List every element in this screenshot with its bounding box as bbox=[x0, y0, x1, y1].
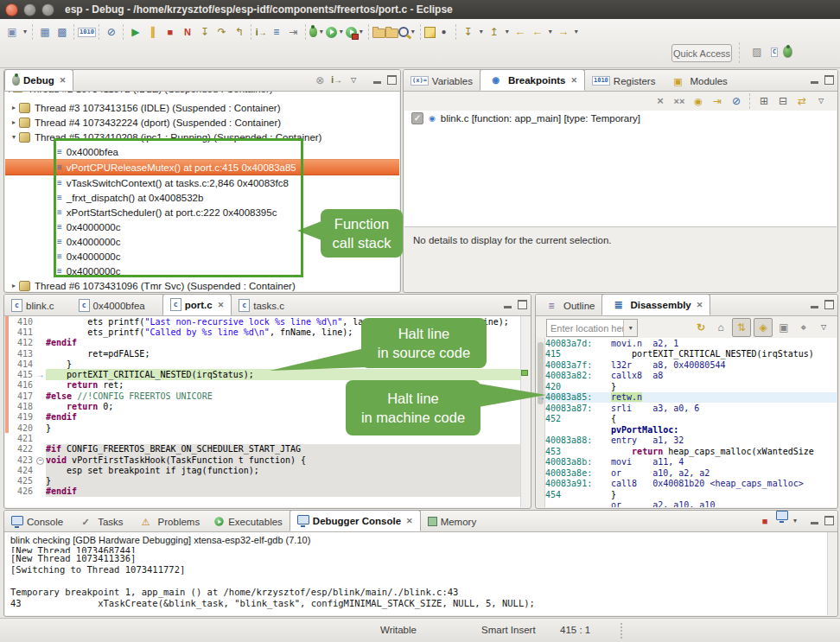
tab-breakpoints[interactable]: ◉Breakpoints✕ bbox=[480, 69, 585, 91]
code-line-426[interactable]: 426#endif bbox=[5, 486, 530, 497]
disassembly-row[interactable]: or a2, a10, a10 bbox=[545, 500, 837, 508]
code-line-415[interactable]: 415→ portEXIT_CRITICAL_NESTED(irqStatus)… bbox=[5, 369, 530, 379]
pin-icon[interactable]: ⌖ bbox=[795, 319, 812, 336]
step-filters-icon[interactable]: ⇥ bbox=[285, 23, 302, 41]
step-return-icon[interactable]: ↰ bbox=[231, 23, 248, 41]
collapse-all-icon[interactable]: ⊟ bbox=[774, 92, 792, 110]
next-annotation-icon[interactable]: ↥ bbox=[486, 23, 503, 41]
stack-frame-row[interactable]: ≡0x4000bfea bbox=[5, 144, 399, 159]
tab-memory[interactable]: Memory bbox=[421, 512, 484, 531]
save-all-icon[interactable]: ▩ bbox=[54, 23, 71, 41]
view-menu-icon[interactable]: ▽ bbox=[815, 319, 832, 336]
terminate-icon[interactable]: ■ bbox=[162, 23, 179, 41]
remove-all-breakpoints-icon[interactable]: ×× bbox=[671, 92, 688, 110]
tab-problems[interactable]: ⚠Problems bbox=[130, 512, 207, 531]
link-with-debug-icon[interactable]: ⇄ bbox=[793, 92, 811, 110]
maximize-view-icon[interactable] bbox=[518, 300, 527, 309]
thread-row[interactable]: ▸Thread #4 1073432224 (dport) (Suspended… bbox=[5, 115, 399, 130]
disassembly-row[interactable]: →40083a85:retw.n bbox=[545, 392, 837, 404]
code-line-424[interactable]: 424 esp_set_breakpoint_if_jtag(function)… bbox=[5, 465, 530, 475]
view-menu-icon[interactable]: ▽ bbox=[812, 92, 830, 110]
stack-frame-row[interactable]: ≡0x4000000c bbox=[5, 264, 399, 278]
fold-icon[interactable]: − bbox=[35, 455, 46, 465]
forward-icon[interactable]: → bbox=[555, 23, 572, 41]
skip-all-breakpoints-icon[interactable]: ⊘ bbox=[728, 92, 745, 110]
expand-arrow-icon[interactable]: ▸ bbox=[9, 104, 19, 111]
sync-icon[interactable]: ⇅ bbox=[732, 318, 751, 337]
close-icon[interactable]: ✕ bbox=[218, 301, 225, 309]
expand-arrow-icon[interactable]: ▸ bbox=[9, 282, 19, 289]
disassembly-row[interactable]: 40083a7f:l32r a8, 0x40080544 bbox=[545, 359, 837, 371]
stack-frame-row[interactable]: ≡_frxt_dispatch() at 0x4008532b bbox=[5, 190, 399, 205]
remove-terminated-icon[interactable]: ⊗ bbox=[311, 72, 328, 89]
track-expression-icon[interactable]: ◈ bbox=[754, 318, 773, 337]
tab-executables[interactable]: Executables bbox=[207, 512, 290, 531]
dropdown[interactable]: ▾ bbox=[572, 23, 581, 41]
disassembly-row[interactable]: 454} bbox=[545, 489, 837, 500]
tab-debugger-console[interactable]: Debugger Console✕ bbox=[290, 510, 421, 531]
editor-tab-tasksc[interactable]: ctasks.c bbox=[232, 296, 291, 315]
dropdown[interactable]: ▾ bbox=[546, 23, 555, 41]
combo-dropdown-icon[interactable]: ▾ bbox=[623, 320, 637, 336]
minimize-view-icon[interactable] bbox=[811, 306, 818, 308]
expand-arrow-icon[interactable]: ▾ bbox=[9, 133, 19, 141]
disassembly-row[interactable]: 40083a8b:movi a11, 4 bbox=[545, 457, 837, 468]
location-input[interactable]: Enter location here bbox=[547, 323, 623, 334]
disassembly-row[interactable]: 40083a87:srli a3, a0, 6 bbox=[545, 403, 837, 414]
home-icon[interactable]: ⌂ bbox=[712, 319, 729, 336]
close-icon[interactable]: ✕ bbox=[697, 301, 703, 309]
step-over-icon[interactable]: ↷ bbox=[213, 23, 231, 41]
disassembly-row[interactable]: 40083a82:callx8 a8 bbox=[545, 371, 837, 382]
disassembly-row[interactable]: 40083a91:call8 0x40081b20 <heap_caps_mal… bbox=[545, 479, 837, 490]
breakpoint-row[interactable]: ✓ ◉ blink.c [function: app_main] [type: … bbox=[404, 111, 837, 126]
tab-outline[interactable]: ≡Outline bbox=[536, 296, 601, 315]
open-new-view-icon[interactable]: ▣ bbox=[775, 319, 792, 336]
profile-icon[interactable]: ● bbox=[436, 23, 453, 41]
code-line-423[interactable]: 423−void vPortFirstTaskHook(TaskFunction… bbox=[5, 454, 530, 465]
code-line-425[interactable]: 425} bbox=[5, 475, 530, 486]
open-resource-icon[interactable] bbox=[385, 29, 398, 38]
close-icon[interactable]: ✕ bbox=[60, 76, 67, 85]
dropdown[interactable]: ▾ bbox=[21, 23, 29, 41]
skip-all-breakpoints-icon[interactable]: ⊘ bbox=[103, 23, 120, 41]
stack-frame-row[interactable]: ≡vPortCPUReleaseMutex() at port.c:415 0x… bbox=[5, 159, 399, 175]
minimize-view-icon[interactable] bbox=[504, 306, 512, 308]
tab-disassembly[interactable]: ≣Disassembly✕ bbox=[601, 294, 710, 315]
run-icon[interactable] bbox=[326, 27, 337, 38]
disassembly-row[interactable]: pvPortMalloc: bbox=[545, 424, 837, 435]
dropdown[interactable]: ▾ bbox=[317, 23, 326, 41]
expand-all-icon[interactable]: ⊞ bbox=[755, 92, 773, 110]
minimize-view-icon[interactable] bbox=[811, 522, 818, 524]
thread-row[interactable]: ▾Thread #5 1073410208 (ipc1 : Running) (… bbox=[5, 130, 399, 144]
stack-frame-row[interactable]: ≡vTaskSwitchContext() at tasks.c:2,846 0… bbox=[5, 175, 399, 190]
open-perspective-icon[interactable]: ▨ bbox=[748, 43, 766, 60]
thread-row[interactable]: ▸Thread #6 1073431096 (Tmr Svc) (Suspend… bbox=[5, 278, 399, 291]
close-icon[interactable]: ✕ bbox=[406, 517, 413, 525]
go-to-file-icon[interactable]: ⇥ bbox=[709, 92, 726, 110]
dropdown[interactable]: ▾ bbox=[503, 23, 512, 41]
suspend-icon[interactable]: ∥ bbox=[144, 23, 162, 41]
title-bar[interactable]: esp - Debug - /home/krzysztof/esp/esp-id… bbox=[0, 0, 840, 19]
disassembly-row[interactable]: 415 portEXIT_CRITICAL_NESTED(irqStatus) bbox=[545, 349, 837, 360]
back-icon[interactable]: ← bbox=[512, 23, 529, 41]
minimize-view-icon[interactable] bbox=[373, 81, 381, 84]
disassembly-row[interactable]: 40083a8e:or a10, a2, a2 bbox=[545, 467, 837, 479]
dropdown[interactable]: ▾ bbox=[337, 23, 346, 41]
quick-access-button[interactable]: Quick Access bbox=[671, 44, 732, 62]
maximize-view-icon[interactable] bbox=[387, 75, 397, 85]
resume-icon[interactable]: ▶ bbox=[127, 23, 144, 41]
disassembly-row[interactable]: 40083a88:entry a1, 32 bbox=[545, 435, 837, 447]
minimize-view-icon[interactable] bbox=[811, 81, 818, 84]
code-line-422[interactable]: 422#if CONFIG_FREERTOS_BREAK_ON_SCHEDULE… bbox=[5, 444, 530, 454]
view-menu-icon[interactable]: ▽ bbox=[345, 72, 362, 89]
save-icon[interactable]: ▦ bbox=[36, 23, 54, 41]
instruction-stepping-icon[interactable]: i→ bbox=[330, 72, 343, 89]
refresh-icon[interactable]: ↻ bbox=[692, 319, 710, 336]
window-close-icon[interactable] bbox=[5, 3, 18, 16]
tab-console[interactable]: Console bbox=[4, 512, 70, 531]
close-icon[interactable]: ✕ bbox=[570, 76, 577, 85]
breakpoints-list[interactable]: ✓ ◉ blink.c [function: app_main] [type: … bbox=[404, 111, 837, 235]
disassembly-content[interactable]: 40083a7d:movi.n a2, 1415 portEXIT_CRITIC… bbox=[537, 338, 837, 507]
debug-tree[interactable]: ▸Thread #2 1073411572 (IDLE) (Suspended … bbox=[5, 92, 399, 291]
thread-row[interactable]: ▸Thread #2 1073411572 (IDLE) (Suspended … bbox=[5, 92, 399, 100]
